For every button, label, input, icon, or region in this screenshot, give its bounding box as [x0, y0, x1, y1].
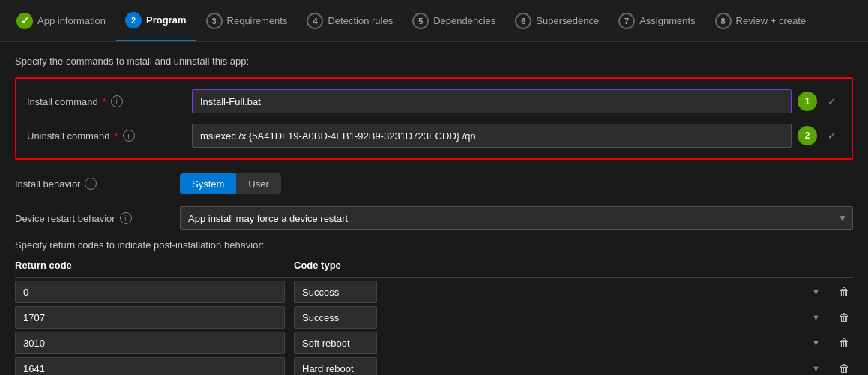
uninstall-check-icon[interactable]: ✓	[823, 127, 841, 145]
code-type-arrow-0: ▼	[812, 287, 820, 296]
table-row: SuccessSoft rebootHard rebootRetryFailed…	[15, 306, 853, 328]
install-behavior-toggle: System User	[180, 173, 281, 194]
nav-step-app-information[interactable]: ✓ App information	[7, 0, 115, 41]
return-code-input-1[interactable]	[15, 306, 285, 328]
device-restart-row: Device restart behavior i App install ma…	[15, 205, 853, 232]
step-1-circle: ✓	[16, 13, 33, 29]
code-type-arrow-2: ▼	[812, 338, 820, 347]
install-command-input[interactable]	[192, 89, 792, 113]
uninstall-command-label: Uninstall command	[27, 130, 110, 142]
code-type-wrapper-2: SuccessSoft rebootHard rebootRetryFailed…	[294, 332, 826, 354]
step-3-circle: 3	[206, 13, 223, 29]
nav-step-program[interactable]: 2 Program	[116, 0, 195, 41]
delete-row-btn-2[interactable]: 🗑	[835, 334, 853, 352]
return-codes-title: Specify return codes to indicate post-in…	[15, 239, 853, 250]
delete-row-btn-3[interactable]: 🗑	[835, 359, 853, 375]
code-type-select-0[interactable]: SuccessSoft rebootHard rebootRetryFailed	[294, 280, 377, 303]
device-restart-info-icon[interactable]: i	[120, 212, 132, 224]
install-command-label: Install command	[27, 96, 98, 107]
step-2-circle: 2	[125, 12, 142, 28]
nav-step-detection-rules[interactable]: 4 Detection rules	[298, 0, 402, 41]
step-5-circle: 5	[412, 13, 429, 29]
nav-step-detection-rules-label: Detection rules	[328, 15, 393, 26]
col-header-return-code: Return code	[15, 260, 285, 271]
install-behavior-label: Install behavior	[15, 178, 80, 190]
code-type-wrapper-3: SuccessSoft rebootHard rebootRetryFailed…	[294, 357, 826, 375]
return-code-input-0[interactable]	[15, 280, 285, 303]
device-restart-label: Device restart behavior	[15, 213, 115, 224]
section-title: Specify the commands to install and unin…	[15, 56, 853, 67]
code-type-wrapper-0: SuccessSoft rebootHard rebootRetryFailed…	[294, 280, 826, 303]
install-required-star: *	[103, 96, 106, 107]
uninstall-badge: 2	[798, 126, 817, 146]
code-type-wrapper-1: SuccessSoft rebootHard rebootRetryFailed…	[294, 306, 826, 328]
nav-step-assignments[interactable]: 7 Assignments	[609, 0, 704, 41]
nav-step-dependencies[interactable]: 5 Dependencies	[403, 0, 504, 41]
col-header-code-type: Code type	[294, 260, 853, 271]
main-content: Specify the commands to install and unin…	[0, 42, 868, 375]
nav-step-requirements-label: Requirements	[227, 15, 288, 26]
install-behavior-row: Install behavior i System User	[15, 170, 853, 197]
uninstall-info-icon[interactable]: i	[123, 130, 135, 142]
nav-step-review-create[interactable]: 8 Review + create	[706, 0, 816, 41]
table-row: SuccessSoft rebootHard rebootRetryFailed…	[15, 280, 853, 303]
uninstall-command-input[interactable]	[192, 124, 792, 148]
commands-highlight-box: Install command * i 1 ✓ Uninstall comman…	[15, 77, 853, 160]
nav-step-review-create-label: Review + create	[736, 15, 807, 26]
install-command-row: Install command * i 1 ✓	[27, 88, 841, 115]
behavior-system-btn[interactable]: System	[180, 173, 236, 194]
return-codes-section: Specify return codes to indicate post-in…	[15, 239, 853, 375]
return-code-input-2[interactable]	[15, 332, 285, 354]
nav-step-program-label: Program	[146, 14, 186, 26]
code-type-arrow-3: ▼	[812, 364, 820, 373]
return-code-input-3[interactable]	[15, 357, 285, 375]
step-6-circle: 6	[515, 13, 531, 29]
code-type-select-2[interactable]: SuccessSoft rebootHard rebootRetryFailed	[294, 332, 377, 354]
behavior-user-btn[interactable]: User	[236, 173, 280, 194]
install-check-icon[interactable]: ✓	[823, 92, 841, 110]
uninstall-required-star: *	[115, 130, 118, 142]
install-behavior-info-icon[interactable]: i	[85, 178, 97, 190]
code-type-select-3[interactable]: SuccessSoft rebootHard rebootRetryFailed	[294, 357, 377, 375]
step-8-circle: 8	[715, 13, 732, 29]
delete-row-btn-0[interactable]: 🗑	[835, 283, 853, 301]
table-row: SuccessSoft rebootHard rebootRetryFailed…	[15, 332, 853, 354]
table-header: Return code Code type	[15, 260, 853, 278]
code-type-arrow-1: ▼	[812, 313, 820, 322]
restart-behavior-select[interactable]: App install may force a device restart N…	[180, 206, 853, 230]
nav-step-requirements[interactable]: 3 Requirements	[197, 0, 297, 41]
nav-step-app-information-label: App information	[37, 15, 106, 26]
delete-row-btn-1[interactable]: 🗑	[835, 308, 853, 326]
uninstall-command-row: Uninstall command * i 2 ✓	[27, 122, 841, 149]
nav-step-assignments-label: Assignments	[639, 15, 695, 26]
code-type-select-1[interactable]: SuccessSoft rebootHard rebootRetryFailed	[294, 306, 377, 328]
return-code-rows: SuccessSoft rebootHard rebootRetryFailed…	[15, 280, 853, 375]
step-7-circle: 7	[618, 13, 635, 29]
nav-step-dependencies-label: Dependencies	[433, 15, 495, 26]
table-row: SuccessSoft rebootHard rebootRetryFailed…	[15, 357, 853, 375]
nav-step-supersedence[interactable]: 6 Supersedence	[506, 0, 608, 41]
install-badge: 1	[798, 92, 817, 111]
step-4-circle: 4	[307, 13, 323, 29]
restart-behavior-wrapper: App install may force a device restart N…	[180, 206, 853, 230]
wizard-nav: ✓ App information 2 Program 3 Requiremen…	[0, 0, 868, 42]
nav-step-supersedence-label: Supersedence	[536, 15, 599, 26]
install-info-icon[interactable]: i	[111, 95, 123, 107]
